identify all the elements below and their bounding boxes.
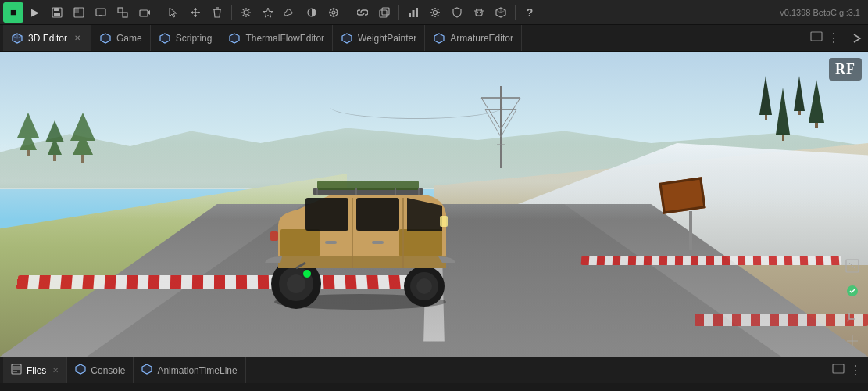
maximize-icon[interactable] [843,256,862,275]
bottom-tab-console[interactable]: Console [67,357,134,383]
chart-button[interactable] [403,2,423,23]
green-icon[interactable] [843,282,862,300]
svg-marker-22 [263,8,273,17]
cloud-button[interactable] [280,2,300,23]
stop-button[interactable]: ■ [3,2,23,23]
svg-line-44 [496,10,501,13]
svg-rect-1 [54,8,59,11]
svg-rect-32 [409,13,411,17]
target-button[interactable] [323,2,344,23]
bottom-more-icon[interactable]: ⋮ [849,363,862,378]
svg-rect-33 [413,10,415,17]
tab-3d-editor[interactable]: 3D Editor ✕ [3,25,91,51]
svg-line-39 [476,9,477,10]
help-button[interactable]: ? [520,2,540,23]
svg-line-19 [248,15,250,16]
star-button[interactable] [258,2,278,23]
svg-point-35 [434,10,438,14]
tab-scripting-label: Scripting [176,33,213,44]
tab-weightpainter[interactable]: WeightPainter [333,25,425,51]
cursor-button[interactable] [163,2,184,23]
tree-r4 [809,80,824,141]
bottom-tab-files[interactable]: Files ✕ [3,357,67,383]
svg-rect-8 [123,13,127,17]
svg-point-61 [287,274,305,293]
bottom-tab-files-close[interactable]: ✕ [52,366,59,375]
svg-rect-4 [74,8,79,13]
monitor-button[interactable] [91,2,111,23]
camera-button[interactable] [134,2,155,23]
bottom-tab-animationtimeline[interactable]: AnimationTimeLine [134,357,245,383]
tabs-end-controls[interactable]: ⋮ [804,25,846,51]
svg-line-18 [243,9,245,10]
cube-icon-scripting [159,32,171,45]
svg-point-38 [480,11,481,13]
tab-more-icon[interactable]: ⋮ [827,30,840,45]
tab-screen-icon[interactable] [810,31,823,45]
cube-icon-weightpainter [341,32,353,45]
tree-3 [70,113,95,163]
box-button[interactable] [491,2,511,23]
delete-button[interactable] [207,2,227,23]
transform-button[interactable] [113,2,133,23]
brightness-button[interactable] [302,2,322,23]
svg-rect-34 [416,8,418,17]
svg-rect-7 [118,8,123,13]
separator-3 [348,5,348,20]
cube-icon-thermalflow [228,32,241,45]
svg-rect-95 [833,364,844,373]
sign-board [659,177,706,213]
trees-left-group [17,113,95,163]
shield-button[interactable] [447,2,467,23]
tab-3deditor-close[interactable]: ✕ [72,33,83,44]
svg-rect-78 [372,241,384,244]
bottom-tab-files-label: Files [27,365,46,376]
sun-button[interactable] [236,2,256,23]
android-button[interactable] [469,2,489,23]
svg-rect-2 [54,13,60,16]
svg-rect-80 [270,231,278,241]
viewport-button[interactable] [69,2,89,23]
top-toolbar: ■ ▶ [0,0,868,25]
clone-button[interactable] [374,2,395,23]
viewport-3d: RF [0,52,868,357]
road-sign [669,180,712,250]
tab-armatureeditor-label: ArmatureEditor [450,33,513,44]
tab-thermalflow[interactable]: ThermalFlowEditor [220,25,333,51]
version-label: v0.1398 BetaC gl:3.1 [780,8,865,17]
separator-1 [159,5,159,20]
save-button[interactable] [47,2,67,23]
tab-scripting[interactable]: Scripting [151,25,221,51]
svg-line-20 [248,9,250,10]
bottom-screen-icon[interactable] [832,364,845,378]
svg-point-25 [332,11,335,14]
tab-right-arrow[interactable] [846,25,868,51]
svg-line-56 [501,109,516,137]
svg-line-45 [501,10,505,13]
svg-rect-49 [811,32,822,41]
bottom-tabs-end-controls: ⋮ [826,357,868,383]
tree-r2 [776,88,790,141]
svg-rect-66 [399,229,442,256]
tab-game[interactable]: Game [91,25,151,51]
viewport-overlay: RF [829,58,862,81]
link-button[interactable] [352,2,373,23]
trees-right-group [759,76,824,141]
play-button[interactable]: ▶ [25,2,45,23]
tree-r1 [759,76,772,141]
files-icon [11,364,22,377]
svg-line-40 [481,9,482,10]
cube-icon-game [99,32,112,45]
svg-point-64 [416,278,432,294]
grid-icon[interactable] [843,332,862,350]
move-button[interactable] [185,2,205,23]
tab-armatureeditor[interactable]: ArmatureEditor [425,25,522,51]
console-icon [75,364,86,377]
svg-line-84 [849,263,855,269]
svg-line-21 [243,15,245,16]
svg-rect-31 [382,8,389,15]
rf-logo: RF [829,58,862,81]
axes-icon[interactable] [843,307,862,325]
gear-button[interactable] [425,2,445,23]
separator-4 [398,5,399,20]
